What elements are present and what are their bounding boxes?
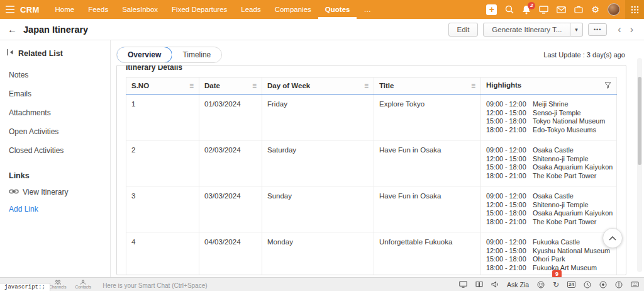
prev-record-icon[interactable]: ‹ xyxy=(614,23,624,37)
sidebar-item-attachments[interactable]: Attachments xyxy=(0,105,110,121)
table-header-row: S.NO≡ Date≡ Day of Week≡ Title≡ Highligh… xyxy=(126,77,617,94)
status-circle-icon[interactable] xyxy=(599,281,607,288)
nav-more[interactable]: … xyxy=(357,0,378,19)
sidebar-item-emails[interactable]: Emails xyxy=(0,86,110,102)
tab-timeline[interactable]: Timeline xyxy=(172,47,221,62)
scroll-to-top-button[interactable] xyxy=(602,228,623,248)
column-menu-icon[interactable]: ≡ xyxy=(360,81,369,90)
nav-quotes[interactable]: Quotes xyxy=(318,0,357,19)
apps-grid-icon[interactable] xyxy=(625,0,644,19)
topnav-actions: + 2 ⚙ xyxy=(486,3,625,16)
record-header: ← Japan Itinerary Edit Generate Itinerar… xyxy=(0,19,644,40)
generate-dropdown-caret-icon[interactable]: ▾ xyxy=(570,23,583,37)
filter-icon[interactable] xyxy=(604,82,611,89)
mail-icon[interactable] xyxy=(557,6,566,13)
vertical-scrollbar[interactable] xyxy=(637,58,642,272)
tab-overview[interactable]: Overview xyxy=(116,47,172,63)
avatar[interactable] xyxy=(608,3,620,16)
col-sno: S.NO xyxy=(131,82,149,89)
primary-nav: Home Feeds SalesInbox Fixed Departures L… xyxy=(48,0,378,19)
smart-chat-input[interactable] xyxy=(103,282,367,289)
col-day: Day of Week xyxy=(267,82,310,89)
search-icon[interactable] xyxy=(505,5,514,14)
column-menu-icon[interactable]: ≡ xyxy=(186,81,194,90)
links-header: Links xyxy=(0,161,110,184)
col-date: Date xyxy=(204,82,220,89)
table-row[interactable]: 3 03/03/2024 Sunday Have Fun in Osaka 09… xyxy=(126,186,617,232)
generate-itinerary-split-button: Generate Itinerary T... ▾ xyxy=(483,23,583,37)
smart-chat xyxy=(103,279,459,290)
table-row[interactable]: 2 02/03/2024 Saturday Have Fun in Osaka … xyxy=(126,140,617,186)
clock-icon[interactable] xyxy=(584,281,591,288)
last-update-text: Last Update : 3 day(s) ago xyxy=(543,51,625,59)
body: Related List Notes Emails Attachments Op… xyxy=(0,40,644,277)
contacts-shortcut[interactable]: Contacts xyxy=(75,280,91,289)
link-chain-icon xyxy=(9,188,19,197)
menu-icon[interactable] xyxy=(0,6,20,13)
itinerary-details-card: Itinerary Details S.NO≡ Date≡ Day of Wee… xyxy=(116,65,626,275)
record-pager: ‹ › xyxy=(614,23,636,37)
nav-feeds[interactable]: Feeds xyxy=(81,0,115,19)
bell-icon[interactable]: 2 xyxy=(522,5,531,14)
table-row[interactable]: 4 04/03/2024 Monday Unforgettable Fukuok… xyxy=(126,232,617,276)
nav-fixed-departures[interactable]: Fixed Departures xyxy=(165,0,234,19)
screen-share-icon[interactable] xyxy=(459,281,467,288)
sidebar-item-closed-activities[interactable]: Closed Activities xyxy=(0,142,110,159)
sidebar-item-view-itinerary[interactable]: View Itinerary xyxy=(0,184,110,200)
bottom-bar-icons: Ask Zia ↻ 24 xyxy=(459,281,639,288)
bottom-chat-bar: Channels Contacts Ask Zia ↻ 24 xyxy=(0,277,644,291)
nav-leads[interactable]: Leads xyxy=(234,0,267,19)
collapse-panel-icon[interactable] xyxy=(6,48,14,58)
page-title: Japan Itinerary xyxy=(23,25,88,35)
ask-zia-button[interactable]: Ask Zia xyxy=(507,281,529,288)
chat-shortcuts: Channels Contacts xyxy=(49,280,91,289)
add-link-button[interactable]: Add Link xyxy=(0,200,110,218)
gear-icon[interactable]: ⚙ xyxy=(591,4,599,14)
briefcase-icon[interactable] xyxy=(574,6,583,13)
generate-itinerary-button[interactable]: Generate Itinerary T... xyxy=(483,23,570,37)
monitor-icon[interactable] xyxy=(539,6,548,14)
history-icon[interactable]: ↻ xyxy=(553,281,559,288)
scrollbar-thumb[interactable] xyxy=(638,77,641,165)
nav-home[interactable]: Home xyxy=(48,0,82,19)
col-title: Title xyxy=(379,82,394,89)
main-content: Overview Timeline Last Update : 3 day(s)… xyxy=(111,40,644,277)
section-title: Itinerary Details xyxy=(126,66,626,72)
record-actions: Edit Generate Itinerary T... ▾ ••• ‹ › xyxy=(448,23,636,37)
book-icon[interactable] xyxy=(475,281,483,288)
view-tabs: Overview Timeline xyxy=(116,47,222,63)
keyboard-icon[interactable] xyxy=(631,282,639,287)
top-navigation-bar: CRM Home Feeds SalesInbox Fixed Departur… xyxy=(0,0,644,19)
table-row[interactable]: 1 01/03/2024 Friday Explore Tokyo 09:00 … xyxy=(126,94,617,140)
notification-badge: 2 xyxy=(528,2,535,9)
related-list: Notes Emails Attachments Open Activities… xyxy=(0,67,110,159)
brand-title: CRM xyxy=(20,5,40,14)
nav-salesinbox[interactable]: SalesInbox xyxy=(115,0,165,19)
sidebar-item-notes[interactable]: Notes xyxy=(0,67,110,83)
edit-button[interactable]: Edit xyxy=(448,23,479,37)
back-icon[interactable]: ← xyxy=(8,24,17,35)
more-actions-button[interactable]: ••• xyxy=(588,23,607,36)
sidebar: Related List Notes Emails Attachments Op… xyxy=(0,40,111,277)
smiley-icon[interactable] xyxy=(537,281,545,288)
col-highlights: Highlights xyxy=(486,81,521,89)
next-record-icon[interactable]: › xyxy=(627,23,636,37)
channels-shortcut[interactable]: Channels xyxy=(49,280,66,289)
calendar-24-icon[interactable]: 24 xyxy=(567,281,575,288)
tabs-row: Overview Timeline Last Update : 3 day(s)… xyxy=(116,47,625,63)
related-list-header[interactable]: Related List xyxy=(0,48,110,58)
megaphone-icon[interactable] xyxy=(491,281,499,288)
info-icon[interactable] xyxy=(615,281,623,288)
browser-status-text: javascript:; xyxy=(0,283,50,291)
column-menu-icon[interactable]: ≡ xyxy=(248,81,257,90)
itinerary-table: S.NO≡ Date≡ Day of Week≡ Title≡ Highligh… xyxy=(126,77,617,275)
add-icon[interactable]: + xyxy=(486,4,497,15)
sidebar-item-open-activities[interactable]: Open Activities xyxy=(0,123,110,140)
column-menu-icon[interactable]: ≡ xyxy=(467,81,475,90)
nav-companies[interactable]: Companies xyxy=(268,0,318,19)
